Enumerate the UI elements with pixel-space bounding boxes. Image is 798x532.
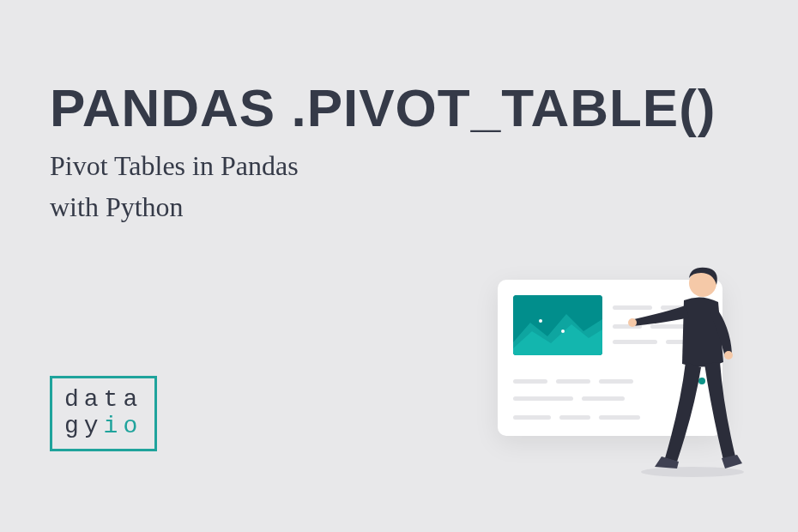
placeholder-line — [556, 379, 590, 384]
placeholder-line — [513, 415, 551, 420]
datagy-logo: data gyio — [50, 376, 157, 451]
placeholder-line — [582, 396, 625, 401]
person-pointing-icon — [622, 259, 759, 479]
subtitle-line-2: with Python — [50, 191, 184, 222]
hero-illustration — [498, 256, 764, 479]
list-row — [513, 396, 625, 401]
placeholder-line — [513, 396, 573, 401]
svg-point-2 — [561, 329, 565, 333]
logo-line-2: gyio — [64, 414, 142, 440]
placeholder-line — [513, 379, 547, 384]
subtitle-line-1: Pivot Tables in Pandas — [50, 150, 299, 181]
placeholder-line — [559, 415, 590, 420]
svg-point-6 — [724, 351, 733, 360]
svg-point-5 — [628, 318, 637, 327]
text-content: PANDAS .PIVOT_TABLE() Pivot Tables in Pa… — [50, 82, 716, 227]
logo-line-1: data — [64, 387, 142, 414]
page-subtitle: Pivot Tables in Pandas with Python — [50, 145, 716, 227]
area-chart-icon — [513, 295, 602, 355]
list-row — [513, 415, 640, 420]
page-title: PANDAS .PIVOT_TABLE() — [50, 82, 716, 135]
svg-point-3 — [641, 467, 744, 477]
svg-point-1 — [539, 319, 542, 323]
